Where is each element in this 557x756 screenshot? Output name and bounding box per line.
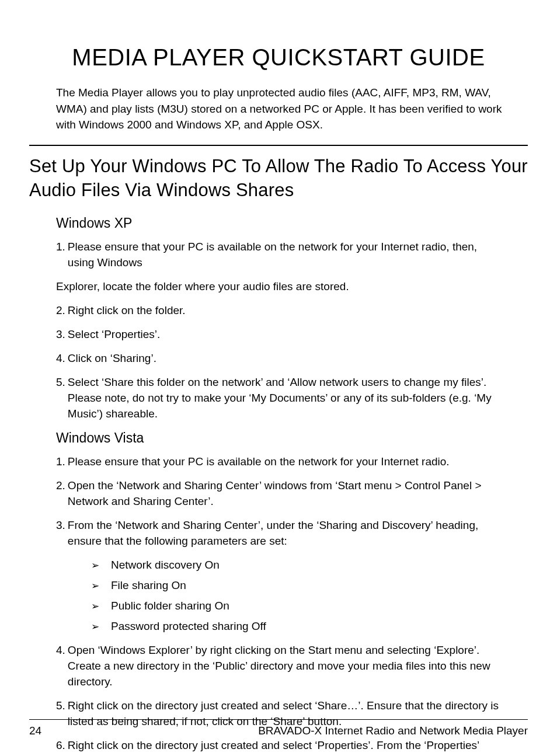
xp-step-list: 1.Please ensure that your PC is availabl…: [56, 239, 502, 271]
vista-heading: Windows Vista: [56, 430, 528, 446]
list-item: 4.Click on ‘Sharing’.: [56, 351, 502, 367]
intro-paragraph: The Media Player allows you to play unpr…: [56, 85, 502, 133]
vista-step-list-cont: 4.Open ‘Windows Explorer’ by right click…: [56, 643, 502, 756]
list-item: 2.Right click on the folder.: [56, 303, 502, 319]
xp-explorer-line: Explorer, locate the folder where your a…: [56, 279, 502, 295]
arrow-icon: ➢: [91, 620, 111, 634]
page-number: 24: [29, 724, 41, 737]
list-item: 3.Select ‘Properties’.: [56, 327, 502, 343]
list-item: 3.From the ‘Network and Sharing Center’,…: [56, 518, 502, 549]
list-item: ➢Network discovery On: [91, 558, 528, 573]
vista-bullet-list: ➢Network discovery On ➢File sharing On ➢…: [91, 558, 528, 635]
arrow-icon: ➢: [91, 600, 111, 614]
arrow-icon: ➢: [91, 559, 111, 573]
list-item: 1.Please ensure that your PC is availabl…: [56, 454, 502, 470]
divider: [29, 145, 528, 146]
list-item: 4.Open ‘Windows Explorer’ by right click…: [56, 643, 502, 690]
list-item: 1.Please ensure that your PC is availabl…: [56, 239, 502, 271]
xp-step-list-cont: 2.Right click on the folder. 3.Select ‘P…: [56, 303, 502, 422]
section-heading: Set Up Your Windows PC To Allow The Radi…: [29, 154, 528, 203]
list-item: 6.Right click on the directory just crea…: [56, 738, 502, 756]
list-item: 5.Select ‘Share this folder on the netwo…: [56, 375, 502, 422]
list-item: ➢Password protected sharing Off: [91, 619, 528, 635]
list-item: ➢Public folder sharing On: [91, 598, 528, 614]
product-name: BRAVADO-X Internet Radio and Network Med…: [258, 724, 528, 737]
list-item: 2.Open the ‘Network and Sharing Center’ …: [56, 478, 502, 510]
arrow-icon: ➢: [91, 579, 111, 593]
page-title: MEDIA PLAYER QUICKSTART GUIDE: [29, 44, 528, 71]
page-footer: 24 BRAVADO-X Internet Radio and Network …: [29, 719, 528, 737]
xp-heading: Windows XP: [56, 215, 528, 231]
vista-step-list: 1.Please ensure that your PC is availabl…: [56, 454, 502, 549]
list-item: ➢File sharing On: [91, 578, 528, 594]
